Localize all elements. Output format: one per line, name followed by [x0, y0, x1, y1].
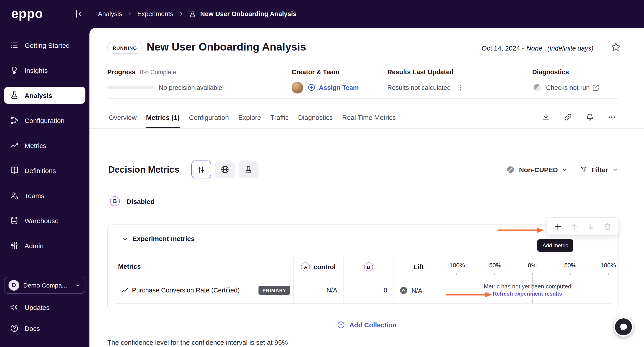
kebab-menu-button[interactable]	[456, 84, 465, 92]
axis-tick	[570, 273, 571, 275]
sidebar-collapse-button[interactable]	[73, 8, 84, 19]
date-note: (Indefinite days)	[548, 45, 594, 52]
breadcrumb-current-label: New User Onboarding Analysis	[200, 10, 296, 18]
people-icon	[10, 191, 19, 200]
download-icon[interactable]	[542, 113, 550, 122]
tab-overview[interactable]: Overview	[108, 110, 137, 128]
axis-label: 100%	[600, 262, 616, 269]
more-options-icon[interactable]	[607, 113, 616, 122]
section-title: Decision Metrics	[108, 164, 179, 174]
share-link-icon[interactable]	[564, 113, 572, 122]
sidebar-item-analysis[interactable]: Analysis	[4, 87, 86, 104]
progress-bar	[107, 86, 154, 89]
sidebar-item-insights[interactable]: Insights	[4, 62, 86, 79]
collapse-chevron-icon[interactable]	[121, 235, 129, 243]
page-title: New User Onboarding Analysis	[147, 40, 306, 54]
variant-status-label: Disabled	[126, 198, 154, 205]
tab-bar: Overview Metrics (1) Configuration Explo…	[108, 110, 396, 128]
flask-icon	[188, 10, 196, 18]
breadcrumb-analysis[interactable]: Analysis	[98, 10, 122, 18]
sliders-view-button[interactable]	[192, 160, 211, 178]
date-range: Oct 14, 2024 -	[482, 44, 524, 52]
diagnostics-section: Diagnostics Checks not run	[532, 68, 600, 94]
breadcrumb-experiments[interactable]: Experiments	[137, 10, 173, 18]
external-link-icon[interactable]	[592, 84, 600, 92]
control-column-header: A control	[294, 257, 344, 277]
header-divider	[107, 98, 618, 99]
sidebar-item-admin[interactable]: Admin	[4, 237, 86, 254]
treatment-value: 0	[344, 287, 387, 294]
globe-icon	[220, 165, 230, 174]
tab-diagnostics[interactable]: Diagnostics	[298, 110, 333, 128]
table-header-row: Metrics A control B Lift -100% -50% 0% 5…	[114, 257, 611, 277]
sidebar-item-docs[interactable]: Docs	[4, 320, 86, 337]
axis-label: -100%	[448, 262, 465, 269]
creator-avatar[interactable]	[292, 82, 303, 93]
plus-circle-icon	[307, 83, 316, 92]
favorite-star-button[interactable]	[610, 42, 621, 52]
flow-branch-icon	[10, 116, 19, 125]
axis-tick	[608, 273, 609, 275]
decision-metrics-header: Decision Metrics Non-CUPED Filter	[108, 160, 618, 179]
tab-metrics[interactable]: Metrics (1)	[146, 110, 180, 128]
sidebar-item-metrics[interactable]: Metrics	[4, 137, 86, 154]
tab-configuration[interactable]: Configuration	[188, 110, 229, 128]
bell-icon[interactable]	[586, 113, 594, 122]
flask-icon	[244, 165, 253, 174]
sidebar-item-updates[interactable]: Updates	[4, 299, 86, 316]
lift-direction-icon	[399, 286, 408, 295]
filter-dropdown[interactable]: Filter	[580, 166, 618, 174]
metrics-table: Metrics A control B Lift -100% -50% 0% 5…	[114, 257, 611, 304]
view-toggle-group	[192, 160, 258, 178]
creator-team-label: Creator & Team	[292, 68, 340, 76]
move-down-button[interactable]	[586, 221, 596, 232]
equalizer-icon	[197, 165, 206, 174]
axis-tick	[494, 273, 495, 275]
half-circle-status-icon	[532, 82, 542, 92]
add-collection-button[interactable]: Add Collection	[337, 320, 397, 329]
filter-label: Filter	[592, 166, 608, 173]
delete-button[interactable]	[602, 221, 613, 232]
experiment-dates: Oct 14, 2024 - None (Indefinite days)	[482, 44, 594, 52]
axis-label: -50%	[487, 262, 501, 269]
sidebar-item-configuration[interactable]: Configuration	[4, 112, 86, 129]
line-chart-icon	[10, 141, 19, 150]
tab-real-time-metrics[interactable]: Real Time Metrics	[342, 110, 396, 128]
eppo-logo[interactable]: eppo	[11, 6, 43, 21]
chevron-right-icon	[127, 11, 132, 16]
metric-row[interactable]: Purchase Conversion Rate (Certified) PRI…	[114, 277, 611, 304]
move-up-button[interactable]	[569, 221, 580, 232]
flask-view-button[interactable]	[239, 160, 258, 178]
add-collection-label: Add Collection	[349, 321, 397, 329]
add-metric-button[interactable]	[552, 221, 563, 232]
creator-team-section: Creator & Team Assign Team	[292, 68, 359, 94]
variant-b-badge: B	[364, 262, 373, 272]
progress-complete: 0% Complete	[140, 69, 176, 76]
chevron-down-icon	[562, 166, 568, 172]
collection-title[interactable]: Experiment metrics	[132, 235, 194, 242]
axis-label: 50%	[564, 262, 576, 269]
sidebar-item-getting-started[interactable]: Getting Started	[4, 37, 86, 54]
sidebar-item-definitions[interactable]: Definitions	[4, 162, 86, 179]
chat-widget-button[interactable]	[614, 317, 633, 337]
sidebar-item-teams[interactable]: Teams	[4, 187, 86, 204]
sidebar-item-warehouse[interactable]: Warehouse	[4, 212, 86, 229]
sidebar-item-label: Admin	[24, 242, 44, 249]
lift-column-header: Lift	[394, 257, 444, 277]
globe-view-button[interactable]	[215, 160, 235, 178]
axis-label: 0%	[528, 262, 536, 269]
metrics-column-header: Metrics	[118, 263, 141, 270]
database-icon	[10, 216, 19, 225]
tab-explore[interactable]: Explore	[238, 110, 262, 128]
chevron-down-icon	[612, 166, 618, 172]
checklist-icon	[10, 41, 19, 50]
progress-section: Progress0% Complete No precision availab…	[107, 68, 222, 94]
c-uped-dropdown[interactable]: Non-CUPED	[506, 165, 568, 174]
assign-team-button[interactable]: Assign Team	[307, 83, 359, 92]
account-switcher[interactable]: D Demo Compa...	[4, 277, 86, 294]
refresh-results-link[interactable]: Refresh experiment results	[444, 290, 611, 298]
tab-traffic[interactable]: Traffic	[270, 110, 289, 128]
metric-name: Purchase Conversion Rate (Certified)	[132, 287, 240, 294]
breadcrumb: Analysis Experiments New User Onboarding…	[98, 0, 296, 28]
variant-a-badge: A	[301, 262, 310, 272]
